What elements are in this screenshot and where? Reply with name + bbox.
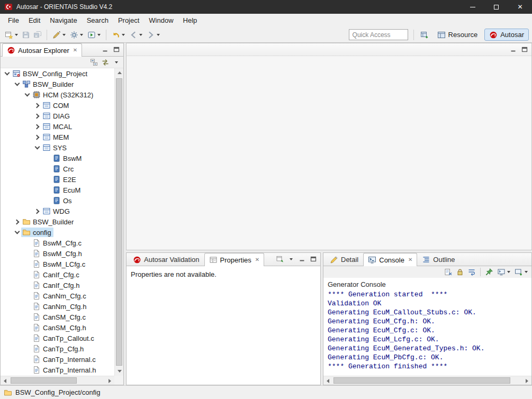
perspective-autosar[interactable]: Autosar	[484, 29, 529, 41]
tree-item-bswm-cfg-h[interactable]: BswM_Cfg.h	[1, 248, 114, 259]
minimize-panel-button[interactable]	[508, 44, 519, 55]
pin-console-button[interactable]	[484, 267, 494, 277]
back-button[interactable]	[128, 30, 144, 40]
close-icon[interactable]: ✕	[408, 257, 412, 262]
explorer-horizontal-scrollbar[interactable]	[1, 376, 114, 385]
menu-edit[interactable]: Edit	[24, 14, 45, 27]
tree-item-ecum[interactable]: EcuM	[1, 185, 114, 195]
scroll-right-button[interactable]	[105, 376, 114, 385]
tree-item-bswm[interactable]: BswM	[1, 153, 114, 164]
run-button[interactable]	[86, 30, 102, 40]
menu-project[interactable]: Project	[113, 14, 144, 27]
expand-arrow-icon[interactable]	[33, 133, 41, 141]
tree-item-config[interactable]: config	[1, 227, 114, 238]
tree-item-hcm-s32k312[interactable]: HCM (S32K312)	[1, 89, 114, 100]
tree-item-crc[interactable]: Crc	[1, 164, 114, 174]
tree-item-bswm-lcfg-c[interactable]: BswM_LCfg.c	[1, 259, 114, 269]
save-button[interactable]	[21, 30, 31, 40]
tree-item-os[interactable]: Os	[1, 195, 114, 206]
link-with-editor-button[interactable]	[100, 57, 111, 68]
menu-help[interactable]: Help	[178, 14, 202, 27]
view-menu-button[interactable]	[111, 57, 122, 68]
tree-item-diag[interactable]: DIAG	[1, 111, 114, 121]
minimize-panel-button[interactable]	[100, 44, 111, 55]
tab-console[interactable]: Console✕	[363, 253, 417, 266]
open-console-button[interactable]	[513, 267, 529, 277]
tree-item-sys[interactable]: SYS	[1, 142, 114, 153]
perspective-resource[interactable]: Resource	[432, 29, 483, 41]
expand-arrow-icon[interactable]	[33, 207, 41, 215]
tab-detail[interactable]: Detail	[325, 253, 363, 266]
minimize-window-button[interactable]	[461, 0, 484, 14]
tree-item-bsw-builder[interactable]: BSW_Builder	[1, 216, 114, 227]
tree-item-cansm-cfg-c[interactable]: CanSM_Cfg.c	[1, 312, 114, 322]
collapse-arrow-icon[interactable]	[13, 80, 21, 88]
scroll-left-button[interactable]	[323, 376, 332, 385]
tree-item-canif-cfg-h[interactable]: CanIf_Cfg.h	[1, 280, 114, 291]
new-view-button[interactable]	[275, 254, 285, 265]
menu-navigate[interactable]: Navigate	[45, 14, 82, 27]
validate-button[interactable]	[51, 30, 67, 40]
display-console-button[interactable]	[495, 267, 512, 277]
expand-arrow-icon[interactable]	[13, 217, 21, 226]
tree-item-wdg[interactable]: WDG	[1, 206, 114, 216]
new-button[interactable]	[3, 30, 20, 40]
close-icon[interactable]: ✕	[73, 48, 77, 53]
tree-item-cantp-callout-c[interactable]: CanTp_Callout.c	[1, 333, 114, 343]
console-horizontal-scrollbar[interactable]	[323, 376, 531, 385]
last-edit-location-button[interactable]	[110, 30, 127, 40]
tree-item-cantp-internal-h[interactable]: CanTp_Internal.h	[1, 365, 114, 375]
scroll-up-button[interactable]	[115, 68, 124, 77]
expand-arrow-icon[interactable]	[33, 122, 41, 131]
scroll-down-button[interactable]	[115, 367, 124, 376]
maximize-panel-button[interactable]	[519, 44, 530, 55]
tree-item-e2e[interactable]: E2E	[1, 174, 114, 185]
collapse-all-button[interactable]	[89, 57, 100, 68]
expand-arrow-icon[interactable]	[33, 112, 41, 120]
tree-item-cannm-cfg-c[interactable]: CanNm_Cfg.c	[1, 291, 114, 301]
tree-item-cannm-cfg-h[interactable]: CanNm_Cfg.h	[1, 301, 114, 312]
tab-properties[interactable]: Properties✕	[204, 253, 265, 266]
tree-item-bsw-config-project[interactable]: BSW_Config_Project	[1, 68, 114, 79]
forward-button[interactable]	[145, 30, 161, 40]
scroll-left-button[interactable]	[1, 376, 10, 385]
close-window-button[interactable]: ✕	[508, 0, 532, 14]
minimize-panel-button[interactable]	[297, 254, 308, 265]
open-perspective-button[interactable]	[419, 30, 430, 40]
tree-item-bswm-cfg-c[interactable]: BswM_Cfg.c	[1, 238, 114, 248]
scroll-lock-button[interactable]	[455, 267, 465, 277]
tree-item-canif-cfg-c[interactable]: CanIf_Cfg.c	[1, 269, 114, 280]
generate-button[interactable]	[68, 30, 85, 40]
tree-item-bsw-builder[interactable]: BSW_Builder	[1, 79, 114, 89]
scrollbar-thumb[interactable]	[116, 78, 122, 366]
tab-autosar-explorer[interactable]: Autosar Explorer ✕	[2, 43, 82, 57]
menu-search[interactable]: Search	[82, 14, 113, 27]
tree-item-mcal[interactable]: MCAL	[1, 121, 114, 132]
collapse-arrow-icon[interactable]	[3, 69, 11, 78]
tab-outline[interactable]: Outline	[417, 253, 459, 266]
save-all-button[interactable]	[32, 30, 43, 40]
collapse-arrow-icon[interactable]	[33, 143, 41, 152]
collapse-arrow-icon[interactable]	[23, 90, 31, 99]
scroll-right-button[interactable]	[522, 376, 531, 385]
quick-access-input[interactable]: Quick Access	[349, 29, 408, 40]
maximize-window-button[interactable]	[484, 0, 508, 14]
expand-arrow-icon[interactable]	[33, 101, 41, 110]
scrollbar-thumb[interactable]	[11, 377, 77, 384]
collapse-arrow-icon[interactable]	[13, 228, 21, 237]
scrollbar-thumb[interactable]	[333, 377, 510, 384]
tab-autosar-validation[interactable]: Autosar Validation	[128, 253, 204, 266]
explorer-vertical-scrollbar[interactable]	[114, 68, 123, 376]
close-icon[interactable]: ✕	[255, 257, 259, 262]
clear-console-button[interactable]	[443, 267, 454, 277]
maximize-panel-button[interactable]	[308, 254, 319, 265]
view-menu-button[interactable]	[286, 254, 296, 265]
tree-item-cansm-cfg-h[interactable]: CanSM_Cfg.h	[1, 322, 114, 333]
maximize-panel-button[interactable]	[111, 44, 122, 55]
tree-item-cantp-cfg-h[interactable]: CanTp_Cfg.h	[1, 343, 114, 354]
tree-item-cantp-internal-c[interactable]: CanTp_Internal.c	[1, 354, 114, 365]
tree-item-com[interactable]: COM	[1, 100, 114, 111]
menu-file[interactable]: File	[3, 14, 24, 27]
menu-window[interactable]: Window	[144, 14, 178, 27]
tree-item-mem[interactable]: MEM	[1, 132, 114, 142]
